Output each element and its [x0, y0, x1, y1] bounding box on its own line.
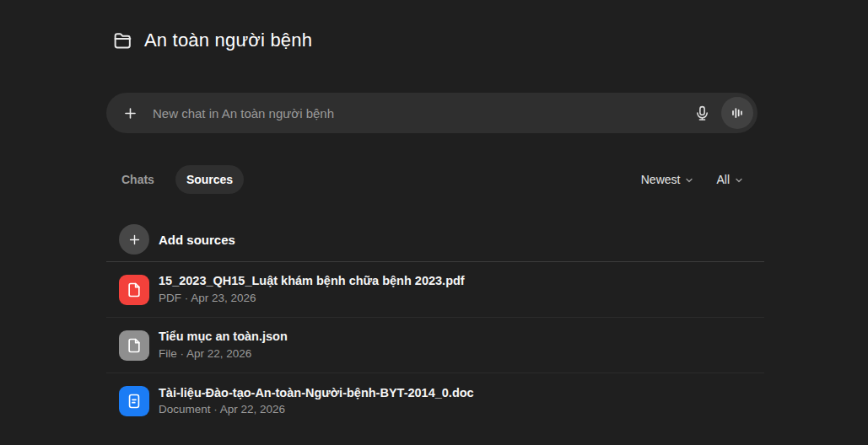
source-row-pdf[interactable]: 15_2023_QH15_Luật khám bệnh chữa bệnh 20… — [106, 262, 764, 318]
new-chat-input[interactable] — [151, 105, 687, 121]
source-meta: File · Apr 22, 2026 — [159, 348, 288, 361]
document-file-icon — [119, 386, 149, 416]
source-meta: Document · Apr 22, 2026 — [159, 404, 474, 416]
folder-icon — [112, 30, 133, 51]
composer-plus-button[interactable] — [115, 98, 145, 128]
generic-file-icon — [119, 330, 149, 361]
source-title: Tiểu mục an toàn.json — [159, 330, 288, 344]
add-sources-label: Add sources — [159, 233, 235, 247]
source-title: 15_2023_QH15_Luật khám bệnh chữa bệnh 20… — [159, 274, 465, 288]
project-page: An toàn người bệnh — [106, 0, 764, 429]
waveform-icon — [729, 105, 746, 121]
chevron-down-icon — [684, 175, 694, 185]
plus-icon — [122, 105, 138, 121]
plus-circle-icon — [119, 224, 149, 255]
type-filter-label: All — [716, 173, 730, 186]
tabs: Chats Sources — [106, 165, 244, 194]
source-list: 15_2023_QH15_Luật khám bệnh chữa bệnh 20… — [106, 262, 764, 429]
sort-dropdown-label: Newest — [641, 173, 681, 186]
new-chat-bar[interactable] — [106, 93, 757, 133]
chevron-down-icon — [734, 175, 744, 185]
page-title: An toàn người bệnh — [144, 29, 312, 51]
pdf-file-icon — [119, 275, 149, 305]
project-header: An toàn người bệnh — [106, 0, 764, 53]
microphone-icon — [693, 105, 711, 122]
source-meta: PDF · Apr 23, 2026 — [159, 292, 465, 305]
filters: Newest All — [641, 173, 744, 186]
source-row-doc[interactable]: Tài-liệu-Đào-tạo-An-toàn-Người-bệnh-BYT-… — [106, 373, 764, 429]
tab-sources[interactable]: Sources — [175, 165, 244, 194]
toolbar: Chats Sources Newest All — [106, 164, 764, 195]
type-filter-dropdown[interactable]: All — [716, 173, 744, 186]
add-sources-button[interactable]: Add sources — [106, 219, 235, 260]
dictate-button[interactable] — [687, 98, 717, 128]
tab-chats[interactable]: Chats — [111, 165, 165, 194]
voice-mode-button[interactable] — [721, 97, 753, 129]
source-row-json[interactable]: Tiểu mục an toàn.json File · Apr 22, 202… — [106, 318, 764, 373]
source-title: Tài-liệu-Đào-tạo-An-toàn-Người-bệnh-BYT-… — [159, 386, 474, 400]
sort-dropdown[interactable]: Newest — [641, 173, 695, 186]
